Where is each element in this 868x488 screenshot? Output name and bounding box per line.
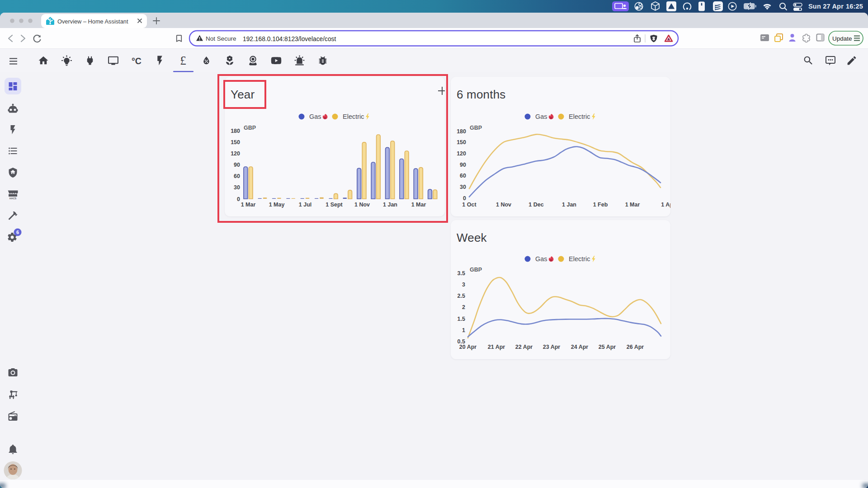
svg-text:°C: °C bbox=[132, 56, 142, 66]
svg-text:£: £ bbox=[180, 54, 186, 67]
svg-text:Update: Update bbox=[832, 35, 852, 42]
svg-text:Overview – Home Assistant: Overview – Home Assistant bbox=[57, 18, 128, 25]
svg-text:Sun 27 Apr: Sun 27 Apr bbox=[808, 3, 844, 10]
svg-text:192.168.0.104:8123/lovelace/co: 192.168.0.104:8123/lovelace/cost bbox=[243, 36, 336, 42]
svg-text:16:25: 16:25 bbox=[846, 3, 863, 10]
svg-text:HACS: HACS bbox=[9, 197, 17, 200]
svg-text:6: 6 bbox=[16, 230, 19, 235]
svg-text:Not Secure: Not Secure bbox=[206, 35, 236, 42]
